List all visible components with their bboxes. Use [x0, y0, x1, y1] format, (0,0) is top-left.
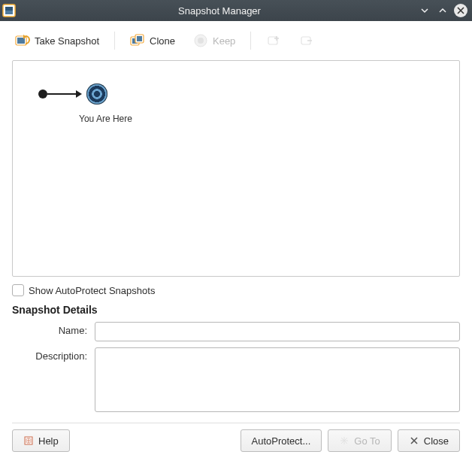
minimize-button[interactable] [418, 4, 431, 17]
toolbar-separator [114, 32, 115, 50]
toolbar: Take Snapshot Clone Keep [0, 27, 472, 54]
close-button[interactable]: Close [398, 429, 460, 452]
snapshot-details-form: Name: Description: [12, 322, 460, 412]
you-are-here-label: You Are Here [79, 114, 132, 124]
svg-rect-9 [137, 36, 142, 41]
svg-point-11 [198, 38, 204, 44]
content-area: You Are Here Show AutoProtect Snapshots … [0, 60, 472, 459]
show-autoprotect-checkbox[interactable] [12, 284, 24, 296]
delete-icon [299, 33, 314, 48]
close-label: Close [424, 435, 449, 447]
clone-icon [130, 33, 145, 48]
snapshot-tree[interactable]: You Are Here [12, 60, 460, 277]
delete-snapshot-button [293, 30, 320, 51]
snapshot-details-heading: Snapshot Details [12, 304, 460, 316]
goto-icon [339, 435, 349, 446]
close-icon [409, 435, 419, 446]
svg-rect-2 [5, 7, 13, 11]
autoprotect-button[interactable]: AutoProtect... [241, 429, 322, 452]
you-are-here-icon [86, 83, 107, 105]
arrow-line-icon [47, 93, 76, 95]
keep-label: Keep [213, 35, 235, 47]
name-label: Name: [12, 322, 87, 336]
app-icon [2, 3, 17, 18]
keep-button: Keep [187, 30, 241, 51]
goto-label: Go To [354, 435, 380, 447]
clone-button[interactable]: Clone [124, 30, 181, 51]
camera-icon [15, 33, 30, 48]
description-field[interactable] [95, 347, 460, 412]
add-snapshot-button [260, 30, 287, 51]
description-label: Description: [12, 347, 87, 362]
snapshot-branch: You Are Here [38, 83, 132, 124]
title-bar: Snapshot Manager [0, 0, 472, 21]
help-label: Help [38, 435, 59, 447]
keep-icon [193, 33, 208, 48]
help-icon [23, 435, 34, 446]
goto-button: Go To [328, 429, 391, 452]
maximize-button[interactable] [436, 4, 449, 17]
name-field[interactable] [95, 322, 460, 341]
current-state-node[interactable] [38, 83, 132, 105]
start-dot-icon [38, 89, 47, 99]
take-snapshot-button[interactable]: Take Snapshot [9, 30, 105, 51]
divider [12, 423, 460, 423]
show-autoprotect-label: Show AutoProtect Snapshots [29, 285, 155, 296]
show-autoprotect-row: Show AutoProtect Snapshots [12, 284, 460, 296]
button-bar: Help AutoProtect... Go To Close [12, 429, 460, 452]
window-title: Snapshot Manager [21, 5, 418, 17]
arrow-head-icon [76, 90, 82, 98]
toolbar-separator [250, 32, 251, 50]
window-controls [418, 4, 467, 17]
help-button[interactable]: Help [12, 429, 70, 452]
close-window-button[interactable] [454, 4, 467, 17]
take-snapshot-label: Take Snapshot [35, 35, 99, 47]
clone-label: Clone [150, 35, 175, 47]
autoprotect-label: AutoProtect... [252, 435, 311, 447]
add-icon [266, 33, 281, 48]
